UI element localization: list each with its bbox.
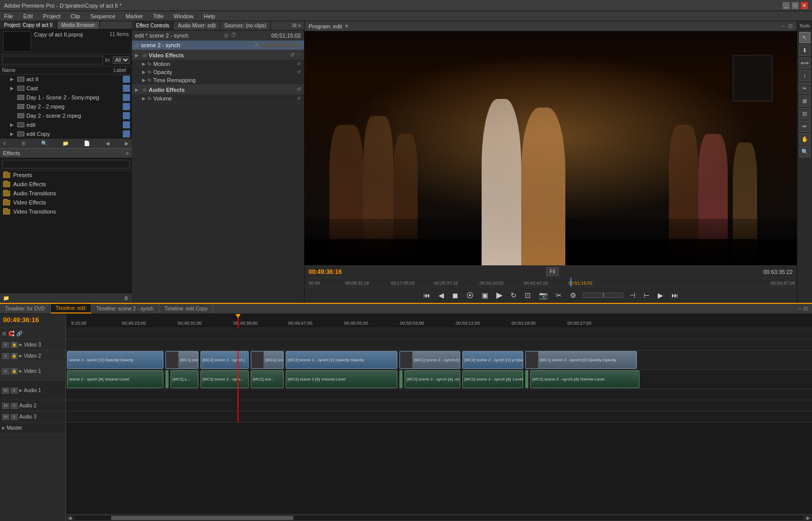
list-item[interactable]: ▶ act II bbox=[0, 75, 132, 84]
track-solo-audio1[interactable]: S bbox=[11, 388, 18, 394]
right-arrow-icon[interactable]: ▶ bbox=[125, 141, 129, 146]
ctrl-step-fwd[interactable]: ⏭ bbox=[669, 290, 681, 300]
close-button[interactable]: ✕ bbox=[801, 2, 808, 9]
ec-opacity-reset[interactable]: ↺ bbox=[297, 70, 301, 75]
video-clip-7[interactable]: [MC2] scene 2 - synch [V] y:Opacity bbox=[462, 351, 523, 369]
left-arrow-icon[interactable]: ◀ bbox=[106, 141, 110, 146]
audio-clip-marker2[interactable] bbox=[399, 370, 402, 388]
ec-reset-icon[interactable]: ↺ bbox=[290, 52, 294, 58]
menu-marker[interactable]: Marker bbox=[123, 12, 145, 20]
ec-reset-icon[interactable]: ↺ bbox=[254, 43, 258, 48]
tl-track-audio3[interactable] bbox=[66, 400, 812, 411]
list-item[interactable]: Day 2 - scene 2.mpeg bbox=[0, 111, 132, 120]
audio-clip-marker3[interactable] bbox=[525, 370, 528, 388]
track-expand-video3[interactable]: ▶ bbox=[19, 342, 22, 347]
track-lock-video1[interactable]: 🔒 bbox=[11, 368, 18, 374]
folder-icon[interactable]: 📁 bbox=[62, 141, 69, 146]
track-mute-audio2[interactable]: M bbox=[2, 403, 9, 409]
tool-rolling[interactable]: ↕ bbox=[799, 70, 810, 81]
tab-sources[interactable]: Sources: (no clips) bbox=[220, 21, 271, 30]
ec-icon-circle[interactable]: ◎ bbox=[224, 32, 229, 39]
track-expand-audio1[interactable]: ▶ bbox=[19, 388, 22, 393]
tool-hand[interactable]: ✋ bbox=[799, 133, 810, 145]
monitor-fit-button[interactable]: Fit bbox=[546, 267, 559, 276]
list-view-icon[interactable]: ≡ bbox=[3, 141, 6, 146]
ec-motion-reset[interactable]: ↺ bbox=[297, 61, 301, 66]
menu-clip[interactable]: Clip bbox=[69, 12, 82, 20]
tool-slip[interactable]: ⊞ bbox=[799, 95, 810, 107]
audio-clip-2[interactable]: [MC2] s... bbox=[171, 370, 198, 388]
tab-timeline-edit-copy[interactable]: Timeline: edit Copy bbox=[159, 304, 213, 313]
ctrl-settings[interactable]: ⚙ bbox=[568, 290, 579, 300]
project-search-input[interactable] bbox=[2, 56, 103, 64]
tl-ruler[interactable]: 9:15;00 00;49;23;00 00;49;31;00 00;49;39… bbox=[66, 314, 812, 328]
ctrl-mark-out[interactable]: ▣ bbox=[480, 290, 490, 300]
track-toggle-video1[interactable]: V bbox=[2, 368, 9, 374]
video-clip-2[interactable]: [MC1] scer... bbox=[165, 351, 198, 369]
audio-clip-marker1[interactable] bbox=[165, 370, 168, 388]
ctrl-export-frame[interactable]: 📷 bbox=[537, 290, 550, 300]
shuttle-bar[interactable] bbox=[583, 293, 623, 298]
tool-selection[interactable]: ↖ bbox=[799, 32, 810, 43]
list-item[interactable]: Day 2 - 2.mpeg bbox=[0, 102, 132, 111]
ctrl-stop[interactable]: ◼ bbox=[450, 290, 460, 300]
video-clip-1[interactable]: scene 2 - synch [V] Opacity:Opacity bbox=[67, 351, 163, 369]
menu-help[interactable]: Help bbox=[201, 12, 217, 20]
ctrl-loop[interactable]: ↻ bbox=[509, 290, 519, 300]
tl-scroll-right[interactable]: ▶ bbox=[804, 515, 812, 520]
track-mute-audio3[interactable]: M bbox=[2, 414, 9, 420]
effects-search-input[interactable] bbox=[2, 160, 130, 168]
track-solo-audio2[interactable]: S bbox=[11, 403, 18, 409]
tl-scroll-track[interactable] bbox=[75, 516, 803, 520]
tab-effect-controls[interactable]: Effect Controls bbox=[132, 21, 174, 30]
new-item-icon[interactable]: 📄 bbox=[84, 141, 90, 146]
minimize-button[interactable]: _ bbox=[783, 2, 790, 9]
monitor-expand-icon[interactable]: ⊟ bbox=[788, 23, 793, 29]
tl-scroll-left[interactable]: ◀ bbox=[66, 515, 74, 520]
ec-audio-reset-icon[interactable]: ↺ bbox=[296, 86, 301, 93]
icon-view-icon[interactable]: ⊞ bbox=[21, 141, 25, 146]
audio-clip-3[interactable]: [MC2] scene 2 - sync... bbox=[200, 370, 249, 388]
ctrl-trim-in[interactable]: ⊣ bbox=[627, 290, 637, 300]
tool-ripple[interactable]: ⟺ bbox=[799, 57, 810, 68]
track-lock-video2[interactable]: 🔒 bbox=[11, 353, 18, 359]
tool-pen[interactable]: ✏ bbox=[799, 121, 810, 132]
monitor-close-icon[interactable]: − bbox=[782, 23, 785, 29]
search-icon[interactable]: 🔍 bbox=[41, 141, 47, 146]
audio-clip-5[interactable]: [MC2] scene 2 [A] Volume:Level bbox=[286, 370, 397, 388]
video-clip-4[interactable]: [MC1] scene... bbox=[251, 351, 284, 369]
new-custom-bin-icon[interactable]: 📁 bbox=[3, 295, 9, 301]
list-item[interactable]: Day 1 - Scene 2 - Sony.mpeg bbox=[0, 93, 132, 102]
audio-clip-8[interactable]: [MC2] scene 2 - synch [A] Volume:Level bbox=[530, 370, 639, 388]
tl-minimize-icon[interactable]: − bbox=[798, 305, 801, 312]
track-toggle-video2[interactable]: V bbox=[2, 353, 9, 359]
category-video-transitions[interactable]: Video Transitions bbox=[0, 207, 132, 216]
tab-audio-mixer[interactable]: Audio Mixer: edit bbox=[174, 21, 220, 30]
tl-add-track-icon[interactable]: ⊞ bbox=[2, 331, 6, 336]
track-expand-video1[interactable]: ▶ bbox=[19, 369, 22, 373]
track-toggle-video3[interactable]: V bbox=[2, 342, 9, 348]
tl-track-video3[interactable] bbox=[66, 328, 812, 339]
in-select[interactable]: All bbox=[113, 56, 130, 64]
video-clip-6[interactable]: [MC1] scene 2 - synch [V] :Opacity... bbox=[399, 351, 460, 369]
list-item[interactable]: ▶ edit bbox=[0, 120, 132, 129]
tab-timeline-scene2[interactable]: Timeline: scene 2 - synch bbox=[91, 304, 159, 313]
track-lock-video3[interactable]: 🔒 bbox=[11, 342, 18, 348]
ec-icon-stopwatch[interactable]: ⏱ bbox=[231, 32, 236, 39]
tool-zoom[interactable]: 🔍 bbox=[799, 146, 810, 157]
ec-video-effects-header[interactable]: ▶ ◎ Video Effects ↺ ⋯ bbox=[132, 50, 304, 60]
video-clip-5[interactable]: [MC2] scene 2 - synch [V] Opacity:Opacit… bbox=[286, 351, 397, 369]
ec-volume-reset[interactable]: ↺ bbox=[297, 96, 301, 101]
list-item[interactable]: ▶ Cast bbox=[0, 84, 132, 93]
menu-file[interactable]: File bbox=[2, 12, 15, 20]
tl-track-audio1[interactable]: scene 2 - synch [A] Volume:Level [MC2] s… bbox=[66, 370, 812, 389]
tl-track-audio2[interactable] bbox=[66, 389, 812, 400]
track-solo-audio3[interactable]: S bbox=[11, 414, 18, 420]
audio-clip-6[interactable]: [MC2] scene 2 - synch [A] .evel... bbox=[404, 370, 460, 388]
ctrl-play[interactable]: ▶ bbox=[494, 289, 504, 301]
tl-expand-icon[interactable]: ⊟ bbox=[803, 305, 808, 312]
tool-track-select[interactable]: ⬇ bbox=[799, 45, 810, 56]
video-clip-3[interactable]: [MC2] scene 2 - synch [ bbox=[200, 351, 249, 369]
tab-timeline-for-dvd[interactable]: Timeline: for DVD bbox=[0, 304, 51, 313]
tl-track-video1[interactable]: scene 2 - synch [V] Opacity:Opacity [MC1… bbox=[66, 351, 812, 370]
